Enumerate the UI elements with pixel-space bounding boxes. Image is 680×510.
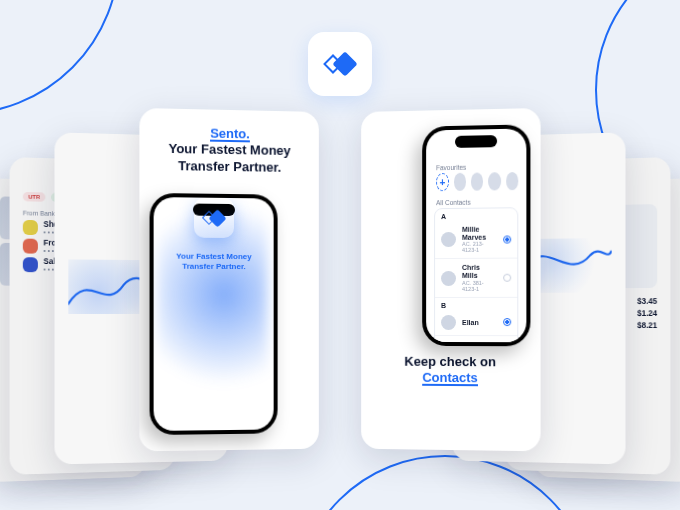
category-icon [23,238,38,253]
contact-row[interactable]: MaeveAC. 433-4123-0 [435,336,517,342]
card-hero-sento: Sento. Your Fastest Money Transfer Partn… [139,108,318,451]
section-letter: B [435,298,517,310]
app-badge [308,32,372,96]
avatar [441,232,456,247]
radio-icon[interactable] [503,274,511,282]
section-letter: A [435,208,517,221]
headline: Your Fastest Money [169,141,291,158]
all-contacts-label: All Contacts [436,198,518,206]
avatar[interactable] [471,172,483,190]
contact-row[interactable]: Ellan [435,310,517,336]
contact-row[interactable]: Chris MillsAC. 381-4123-1 [435,259,517,298]
avatar[interactable] [506,172,518,190]
brand-name: Sento. [210,126,250,143]
showcase-stage: Download Now Live Ex UTR Add + Add + Fro… [0,110,680,510]
favourites-row: + [436,172,518,191]
avatar[interactable] [488,172,500,190]
phone-mock: Your Fastest Money Transfer Partner. [150,193,278,435]
chip[interactable]: UTR [23,192,46,202]
footer-accent: Contacts [422,370,477,386]
avatar [441,315,456,330]
sento-logo-icon [204,211,224,224]
contacts-list: A Millie MarvesAC. 213-4123-1 Chris Mill… [434,207,518,342]
avatar[interactable] [454,173,466,191]
radio-selected-icon[interactable] [503,235,511,243]
favourites-label: Favourites [436,163,518,171]
phone-notch-icon [455,135,497,148]
decorative-arc [0,0,120,115]
add-favourite-button[interactable]: + [436,173,449,191]
contact-row[interactable]: Millie MarvesAC. 213-4123-1 [435,220,517,259]
phone-mock: Favourites + All Contacts A Millie Marve… [422,124,530,346]
avatar [441,271,456,286]
footer-text: Keep check on [404,354,495,369]
card-contacts: Favourites + All Contacts A Millie Marve… [361,108,540,451]
sento-logo-icon [326,55,354,73]
category-icon [23,257,38,272]
headline: Transfer Partner. [178,158,281,175]
category-icon [23,219,38,234]
radio-selected-icon[interactable] [503,318,511,326]
